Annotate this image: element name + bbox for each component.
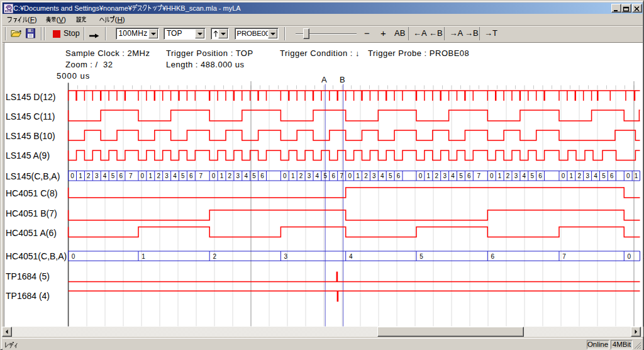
svg-text:6: 6	[397, 172, 401, 179]
svg-text:0: 0	[70, 172, 74, 179]
svg-text:5: 5	[181, 172, 185, 179]
svg-text:6: 6	[331, 172, 335, 179]
svg-text:1: 1	[356, 172, 360, 179]
svg-text:2: 2	[228, 172, 232, 179]
svg-text:3: 3	[95, 172, 99, 179]
svg-text:3: 3	[236, 172, 240, 179]
svg-text:5: 5	[111, 172, 115, 179]
svg-text:0: 0	[419, 172, 423, 179]
svg-text:4: 4	[451, 172, 455, 179]
svg-text:7: 7	[477, 172, 481, 179]
svg-text:1: 1	[498, 172, 502, 179]
svg-text:0: 0	[490, 172, 494, 179]
svg-text:3: 3	[165, 172, 169, 179]
svg-text:7: 7	[199, 172, 203, 179]
svg-text:1: 1	[635, 172, 638, 179]
svg-text:6: 6	[189, 172, 193, 179]
svg-text:0: 0	[212, 172, 216, 179]
svg-text:5: 5	[252, 172, 256, 179]
svg-text:6: 6	[538, 172, 542, 179]
svg-text:2: 2	[506, 172, 510, 179]
svg-text:2: 2	[299, 172, 303, 179]
svg-text:6: 6	[119, 172, 123, 179]
svg-text:1: 1	[142, 253, 145, 260]
svg-text:6: 6	[491, 253, 495, 260]
svg-text:0: 0	[562, 172, 565, 179]
svg-text:1: 1	[570, 172, 574, 179]
svg-text:0: 0	[283, 172, 287, 179]
svg-text:2: 2	[213, 253, 216, 260]
svg-text:5: 5	[419, 253, 423, 260]
svg-text:7: 7	[562, 253, 566, 260]
svg-text:3: 3	[586, 172, 589, 179]
svg-text:4: 4	[316, 172, 319, 179]
svg-text:5: 5	[602, 172, 606, 179]
svg-text:4: 4	[349, 253, 353, 260]
svg-text:6: 6	[260, 172, 264, 179]
svg-text:6: 6	[467, 172, 471, 179]
svg-text:0: 0	[141, 172, 145, 179]
svg-text:4: 4	[594, 172, 597, 179]
svg-text:3: 3	[514, 172, 518, 179]
svg-text:5: 5	[459, 172, 463, 179]
svg-text:2: 2	[435, 172, 438, 179]
svg-text:2: 2	[87, 172, 91, 179]
svg-text:1: 1	[79, 172, 82, 179]
svg-text:4: 4	[523, 172, 526, 179]
svg-text:3: 3	[372, 172, 376, 179]
svg-text:1: 1	[220, 172, 224, 179]
svg-text:4: 4	[173, 172, 177, 179]
svg-text:3: 3	[284, 253, 288, 260]
svg-text:2: 2	[364, 172, 368, 179]
svg-text:2: 2	[157, 172, 160, 179]
svg-text:4: 4	[103, 172, 107, 179]
svg-text:5: 5	[324, 172, 328, 179]
svg-text:0: 0	[628, 253, 631, 260]
svg-text:5: 5	[389, 172, 392, 179]
svg-text:5: 5	[530, 172, 534, 179]
svg-text:0: 0	[72, 253, 75, 260]
svg-text:6: 6	[610, 172, 614, 179]
svg-text:4: 4	[380, 172, 384, 179]
svg-text:7: 7	[129, 172, 133, 179]
svg-text:1: 1	[427, 172, 431, 179]
svg-text:0: 0	[626, 172, 630, 179]
svg-text:3: 3	[308, 172, 311, 179]
svg-text:1: 1	[149, 172, 153, 179]
svg-text:2: 2	[577, 172, 581, 179]
svg-text:0: 0	[348, 172, 352, 179]
svg-text:1: 1	[291, 172, 295, 179]
svg-text:3: 3	[443, 172, 447, 179]
svg-text:7: 7	[340, 172, 343, 179]
svg-text:4: 4	[244, 172, 248, 179]
